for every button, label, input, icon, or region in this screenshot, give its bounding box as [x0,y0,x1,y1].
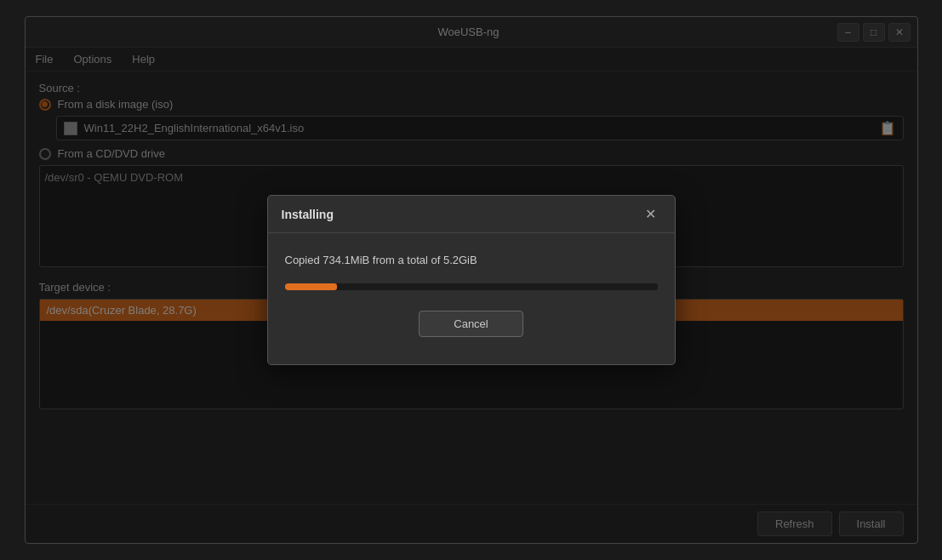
modal-overlay: Installing ✕ Copied 734.1MiB from a tota… [26,17,917,543]
progress-bar-fill [285,283,337,290]
progress-bar-container [285,283,658,290]
main-window: WoeUSB-ng – □ ✕ File Options Help Source… [25,16,918,544]
modal-title: Installing [282,208,334,221]
modal-message: Copied 734.1MiB from a total of 5.2GiB [285,254,658,266]
modal-body: Copied 734.1MiB from a total of 5.2GiB C… [268,233,675,364]
modal-close-button[interactable]: ✕ [640,204,661,224]
installing-dialog: Installing ✕ Copied 734.1MiB from a tota… [267,195,676,365]
modal-header: Installing ✕ [268,196,675,233]
cancel-button[interactable]: Cancel [419,311,522,337]
modal-footer: Cancel [285,311,658,351]
